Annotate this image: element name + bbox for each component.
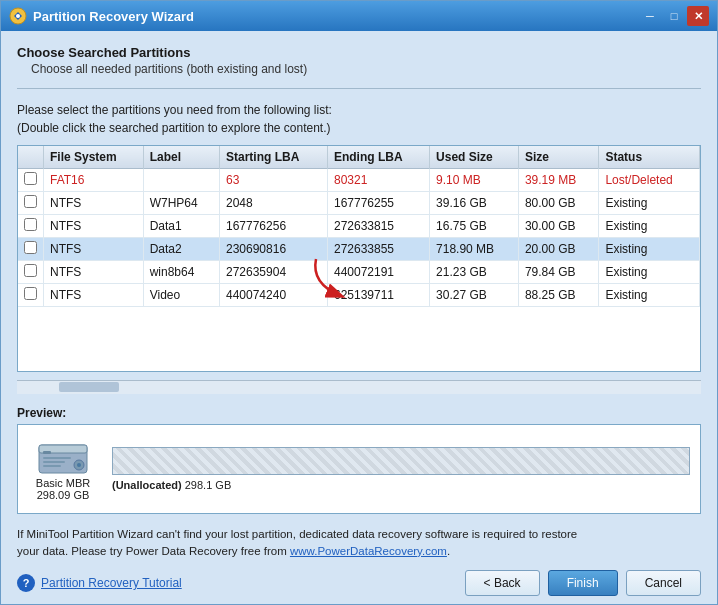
col-status: Existing <box>599 284 700 307</box>
col-label: Label <box>143 146 219 169</box>
col-fs: FAT16 <box>44 169 144 192</box>
row-checkbox[interactable] <box>24 172 37 185</box>
title-bar: Partition Recovery Wizard ─ □ ✕ <box>1 1 717 31</box>
partition-table-container[interactable]: File System Label Starting LBA Ending LB… <box>17 145 701 372</box>
back-button[interactable]: < Back <box>465 570 540 596</box>
table-row[interactable]: NTFSVideo44007424062513971130.27 GB88.25… <box>18 284 700 307</box>
header-section: Choose Searched Partitions Choose all ne… <box>17 45 701 76</box>
col-label: Data2 <box>143 238 219 261</box>
main-content: Choose Searched Partitions Choose all ne… <box>1 31 717 570</box>
col-filesystem: File System <box>44 146 144 169</box>
col-label: W7HP64 <box>143 192 219 215</box>
svg-point-1 <box>16 14 20 18</box>
col-used: 21.23 GB <box>430 261 519 284</box>
col-status: Existing <box>599 261 700 284</box>
col-start: 167776256 <box>219 215 327 238</box>
col-end: 167776255 <box>327 192 429 215</box>
help-icon[interactable]: ? <box>17 574 35 592</box>
cancel-button[interactable]: Cancel <box>626 570 701 596</box>
col-start: 440074240 <box>219 284 327 307</box>
col-used-size: Used Size <box>430 146 519 169</box>
title-controls: ─ □ ✕ <box>639 6 709 26</box>
col-start: 272635904 <box>219 261 327 284</box>
finish-button[interactable]: Finish <box>548 570 618 596</box>
col-end: 272633855 <box>327 238 429 261</box>
horizontal-scrollbar[interactable] <box>17 380 701 394</box>
col-status: Status <box>599 146 700 169</box>
svg-rect-5 <box>43 451 51 454</box>
col-start: 230690816 <box>219 238 327 261</box>
svg-rect-10 <box>43 465 61 467</box>
table-row[interactable]: NTFSwin8b6427263590444007219121.23 GB79.… <box>18 261 700 284</box>
col-used: 718.90 MB <box>430 238 519 261</box>
unallocated-bar <box>112 447 690 475</box>
preview-section: Preview: Basic MBR <box>17 406 701 514</box>
maximize-button[interactable]: □ <box>663 6 685 26</box>
row-checkbox[interactable] <box>24 264 37 277</box>
col-used: 30.27 GB <box>430 284 519 307</box>
minimize-button[interactable]: ─ <box>639 6 661 26</box>
col-check <box>18 146 44 169</box>
app-icon <box>9 7 27 25</box>
col-size: 80.00 GB <box>518 192 599 215</box>
bottom-link-area: ? Partition Recovery Tutorial <box>17 574 182 592</box>
col-status: Lost/Deleted <box>599 169 700 192</box>
col-end: 80321 <box>327 169 429 192</box>
section-title: Choose Searched Partitions <box>17 45 701 60</box>
col-size: 79.84 GB <box>518 261 599 284</box>
col-start: 2048 <box>219 192 327 215</box>
col-status: Existing <box>599 215 700 238</box>
warning-section: If MiniTool Partition Wizard can't find … <box>17 526 701 561</box>
col-status: Existing <box>599 192 700 215</box>
col-label: Video <box>143 284 219 307</box>
col-label <box>143 169 219 192</box>
table-row[interactable]: NTFSData116777625627263381516.75 GB30.00… <box>18 215 700 238</box>
disk-icon <box>37 437 89 475</box>
svg-rect-9 <box>43 461 65 463</box>
col-end: 440072191 <box>327 261 429 284</box>
disk-type-label: Basic MBR 298.09 GB <box>36 477 90 501</box>
col-starting-lba: Starting LBA <box>219 146 327 169</box>
preview-label: Preview: <box>17 406 701 420</box>
col-fs: NTFS <box>44 215 144 238</box>
table-header-row: File System Label Starting LBA Ending LB… <box>18 146 700 169</box>
instruction-line2: (Double click the searched partition to … <box>17 119 701 137</box>
col-status: Existing <box>599 238 700 261</box>
recovery-link[interactable]: www.PowerDataRecovery.com <box>290 545 447 557</box>
header-divider <box>17 88 701 89</box>
preview-bar-area: (Unallocated) 298.1 GB <box>112 447 690 491</box>
col-fs: NTFS <box>44 238 144 261</box>
col-label: Data1 <box>143 215 219 238</box>
col-size: Size <box>518 146 599 169</box>
main-window: Partition Recovery Wizard ─ □ ✕ Choose S… <box>0 0 718 605</box>
col-fs: NTFS <box>44 284 144 307</box>
table-row[interactable]: NTFSW7HP64204816777625539.16 GB80.00 GBE… <box>18 192 700 215</box>
row-checkbox[interactable] <box>24 195 37 208</box>
col-ending-lba: Ending LBA <box>327 146 429 169</box>
preview-info: (Unallocated) 298.1 GB <box>112 479 690 491</box>
col-fs: NTFS <box>44 192 144 215</box>
col-label: win8b64 <box>143 261 219 284</box>
row-checkbox[interactable] <box>24 218 37 231</box>
tutorial-link[interactable]: Partition Recovery Tutorial <box>41 576 182 590</box>
col-end: 625139711 <box>327 284 429 307</box>
close-button[interactable]: ✕ <box>687 6 709 26</box>
section-subtitle: Choose all needed partitions (both exist… <box>17 62 701 76</box>
row-checkbox[interactable] <box>24 287 37 300</box>
preview-box: Basic MBR 298.09 GB (Unallocated) 298.1 … <box>17 424 701 514</box>
table-row[interactable]: NTFSData2230690816272633855718.90 MB20.0… <box>18 238 700 261</box>
button-bar: < Back Finish Cancel <box>465 570 701 596</box>
col-size: 39.19 MB <box>518 169 599 192</box>
svg-rect-8 <box>43 457 71 459</box>
col-used: 16.75 GB <box>430 215 519 238</box>
col-end: 272633815 <box>327 215 429 238</box>
col-used: 9.10 MB <box>430 169 519 192</box>
table-row[interactable]: FAT1663803219.10 MB39.19 MBLost/Deleted <box>18 169 700 192</box>
row-checkbox[interactable] <box>24 241 37 254</box>
window-title: Partition Recovery Wizard <box>33 9 639 24</box>
col-fs: NTFS <box>44 261 144 284</box>
col-size: 30.00 GB <box>518 215 599 238</box>
instruction-text: Please select the partitions you need fr… <box>17 101 701 137</box>
col-size: 88.25 GB <box>518 284 599 307</box>
col-size: 20.00 GB <box>518 238 599 261</box>
